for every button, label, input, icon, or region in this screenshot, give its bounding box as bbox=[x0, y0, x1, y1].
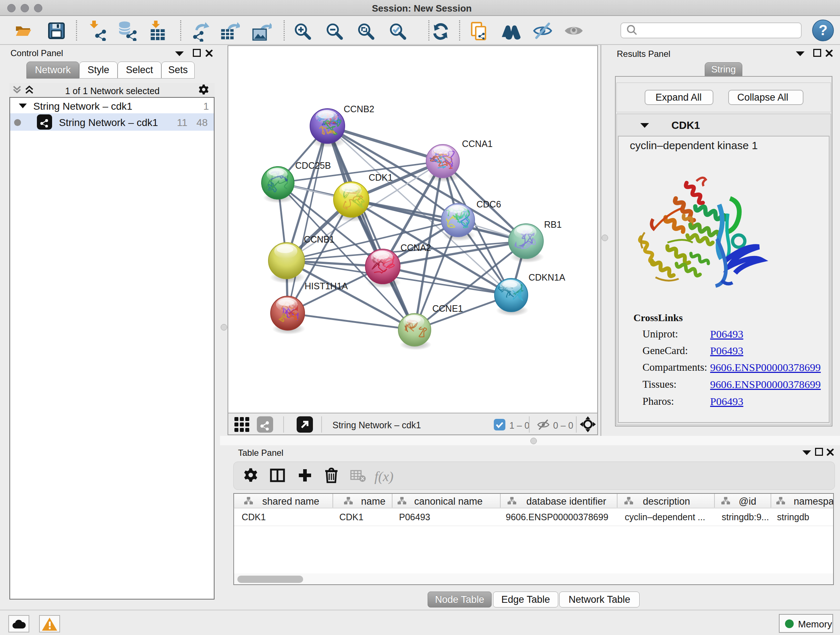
svg-text:CCNA2: CCNA2 bbox=[401, 242, 431, 253]
svg-text:CCNE1: CCNE1 bbox=[432, 303, 463, 314]
svg-text:CDC6: CDC6 bbox=[477, 199, 501, 209]
svg-text:CCNA1: CCNA1 bbox=[462, 139, 493, 149]
svg-text:HIST1H1A: HIST1H1A bbox=[305, 281, 348, 291]
svg-text:CDKN1A: CDKN1A bbox=[529, 272, 565, 282]
svg-text:CCNB2: CCNB2 bbox=[344, 104, 374, 114]
svg-text:CCNB1: CCNB1 bbox=[304, 234, 335, 244]
svg-text:CDC25B: CDC25B bbox=[295, 160, 331, 171]
svg-text:RB1: RB1 bbox=[544, 219, 562, 230]
svg-text:CDK1: CDK1 bbox=[369, 172, 393, 182]
